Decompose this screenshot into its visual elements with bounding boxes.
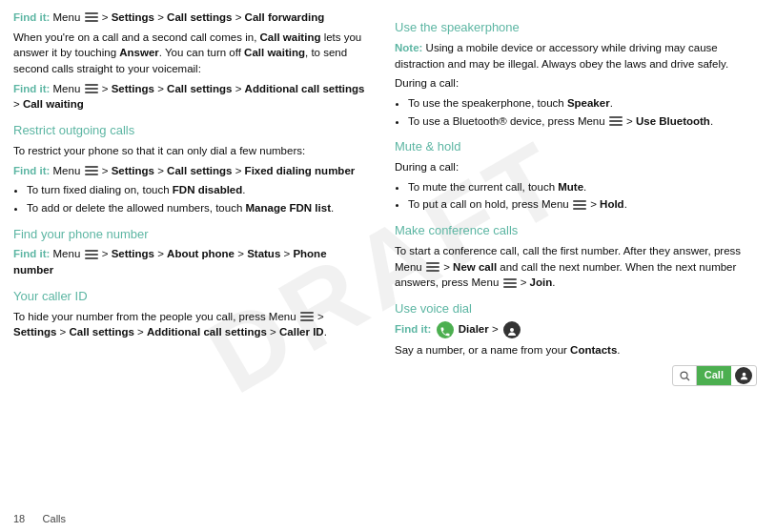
svg-rect-5 <box>85 92 98 93</box>
menu-icon-3 <box>85 165 98 175</box>
svg-rect-0 <box>85 12 98 14</box>
restrict-calls-desc: To restrict your phone so that it can on… <box>13 143 368 159</box>
svg-rect-2 <box>85 20 98 22</box>
svg-rect-24 <box>503 278 517 280</box>
voice-dial-findit: Find it: Dialer > <box>395 321 757 338</box>
speakerphone-during: During a call: <box>395 75 757 92</box>
svg-point-30 <box>742 373 745 377</box>
left-column: Find it: Menu > Settings > Call settings… <box>13 10 385 522</box>
call-button[interactable]: Call <box>697 366 731 385</box>
svg-rect-21 <box>426 262 439 264</box>
mute-hold-bullets: To mute the current call, touch Mute. To… <box>395 179 757 213</box>
svg-rect-25 <box>503 282 517 284</box>
svg-rect-19 <box>573 204 586 206</box>
list-item: To turn fixed dialing on, touch FDN disa… <box>27 182 368 198</box>
svg-point-27 <box>510 328 514 332</box>
menu-icon-9 <box>503 277 517 288</box>
caller-id-desc: To hide your number from the people you … <box>13 309 368 340</box>
svg-rect-23 <box>426 270 439 272</box>
svg-rect-8 <box>85 174 98 175</box>
menu-icon <box>85 11 98 22</box>
svg-rect-22 <box>426 266 439 268</box>
svg-rect-20 <box>573 208 586 210</box>
mute-hold-during: During a call: <box>395 159 757 175</box>
restrict-bullets: To turn fixed dialing on, touch FDN disa… <box>13 182 368 215</box>
list-item: To put a call on hold, press Menu > Hold… <box>408 196 757 213</box>
speakerphone-bullets: To use the speakerphone, touch Speaker. … <box>395 95 757 129</box>
svg-rect-9 <box>85 250 98 252</box>
menu-icon-7 <box>573 199 586 210</box>
phone-number-heading: Find your phone number <box>13 226 368 244</box>
svg-rect-3 <box>85 84 98 86</box>
menu-icon-6 <box>609 115 623 126</box>
phone-number-findit: Find it: Menu > Settings > About phone >… <box>13 246 368 277</box>
svg-point-28 <box>681 372 687 379</box>
search-call-bar-container: Call <box>395 365 757 386</box>
contact-avatar <box>735 367 752 384</box>
svg-rect-26 <box>503 286 517 288</box>
list-item: To use the speakerphone, touch Speaker. <box>408 95 757 112</box>
svg-rect-4 <box>85 88 98 90</box>
restrict-findit: Find it: Menu > Settings > Call settings… <box>13 163 368 179</box>
conference-calls-heading: Make conference calls <box>395 222 757 240</box>
contact-part <box>731 366 756 385</box>
right-column: Use the speakerphone Note: Using a mobil… <box>385 10 757 522</box>
svg-rect-15 <box>609 116 623 118</box>
mute-hold-heading: Mute & hold <box>395 138 757 156</box>
svg-rect-17 <box>609 124 623 126</box>
svg-rect-16 <box>609 120 623 122</box>
call-forwarding-findit: Find it: Menu > Settings > Call settings… <box>13 10 368 26</box>
menu-icon-4 <box>85 249 98 259</box>
caller-id-heading: Your caller ID <box>13 288 368 306</box>
list-item: To use a Bluetooth® device, press Menu >… <box>408 113 757 130</box>
findit-label: Find it: <box>13 11 50 23</box>
svg-rect-13 <box>300 316 314 317</box>
list-item: To add or delete the allowed numbers, to… <box>27 200 368 216</box>
search-call-bar[interactable]: Call <box>672 365 757 386</box>
search-icon <box>679 370 690 381</box>
svg-rect-1 <box>85 16 98 18</box>
menu-icon-8 <box>426 261 439 272</box>
speakerphone-note: Note: Using a mobile device or accessory… <box>395 40 757 72</box>
svg-rect-12 <box>300 312 314 314</box>
restrict-calls-heading: Restrict outgoing calls <box>13 122 368 140</box>
menu-icon-2 <box>85 83 98 93</box>
phone-dialer-icon <box>437 321 454 338</box>
conference-calls-desc: To start a conference call, call the fir… <box>395 243 757 291</box>
contacts-icon <box>503 321 521 338</box>
call-waiting-desc: When you're on a call and a second call … <box>13 30 368 77</box>
speakerphone-heading: Use the speakerphone <box>395 19 757 37</box>
list-item: To mute the current call, touch Mute. <box>408 179 757 195</box>
menu-icon-5 <box>300 311 314 321</box>
svg-rect-10 <box>85 254 98 256</box>
voice-dial-desc: Say a number, or a name from your Contac… <box>395 342 757 358</box>
svg-rect-18 <box>573 200 586 202</box>
svg-rect-7 <box>85 170 98 172</box>
svg-rect-6 <box>85 166 98 168</box>
svg-rect-14 <box>300 319 314 321</box>
svg-rect-11 <box>85 257 98 259</box>
voice-dial-heading: Use voice dial <box>395 300 757 318</box>
svg-line-29 <box>686 379 689 381</box>
search-part <box>673 366 697 385</box>
call-waiting-findit: Find it: Menu > Settings > Call settings… <box>13 81 368 113</box>
